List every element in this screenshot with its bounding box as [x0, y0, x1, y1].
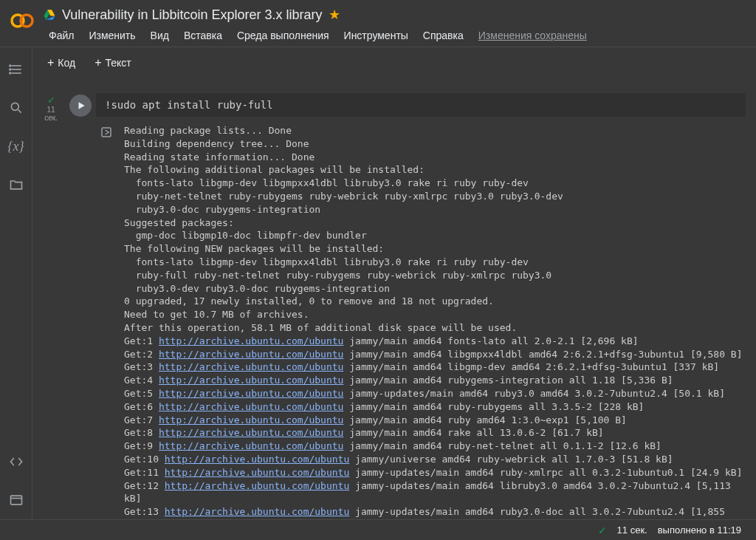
archive-link[interactable]: http://archive.ubuntu.com/ubuntu — [159, 361, 343, 372]
toc-icon[interactable] — [7, 61, 25, 78]
search-icon[interactable] — [7, 99, 25, 117]
svg-point-6 — [9, 69, 10, 70]
add-code-button[interactable]: + Код — [43, 53, 80, 72]
add-text-button[interactable]: + Текст — [90, 53, 136, 72]
code-cell: ✓ 11 сек. !sudo apt install ruby-full — [38, 93, 756, 519]
archive-link[interactable]: http://archive.ubuntu.com/ubuntu — [159, 375, 343, 386]
header: Vulnerability in Libbitcoin Explorer 3.x… — [0, 0, 756, 47]
archive-link[interactable]: http://archive.ubuntu.com/ubuntu — [165, 454, 349, 465]
menu-edit[interactable]: Изменить — [83, 27, 141, 44]
footer-runtime: 11 сек. — [617, 524, 647, 536]
archive-link[interactable]: http://archive.ubuntu.com/ubuntu — [165, 480, 349, 491]
archive-link[interactable]: http://archive.ubuntu.com/ubuntu — [159, 349, 343, 360]
svg-point-7 — [9, 72, 10, 74]
archive-link[interactable]: http://archive.ubuntu.com/ubuntu — [159, 414, 343, 425]
svg-point-5 — [9, 65, 10, 66]
svg-rect-10 — [10, 496, 21, 505]
cell-output: Reading package lists... Done Building d… — [124, 124, 746, 519]
archive-link[interactable]: http://archive.ubuntu.com/ubuntu — [165, 467, 349, 478]
check-icon: ✓ — [598, 524, 607, 536]
menu-help[interactable]: Справка — [417, 27, 470, 44]
sidebar: {x} — [0, 47, 32, 519]
archive-link[interactable]: http://archive.ubuntu.com/ubuntu — [165, 506, 349, 517]
menu-file[interactable]: Файл — [43, 27, 80, 44]
document-title[interactable]: Vulnerability in Libbitcoin Explorer 3.x… — [62, 7, 323, 23]
svg-point-8 — [11, 103, 18, 110]
archive-link[interactable]: http://archive.ubuntu.com/ubuntu — [159, 335, 343, 346]
colab-logo[interactable] — [9, 7, 35, 34]
output-collapse-icon[interactable] — [96, 124, 117, 519]
plus-icon: + — [47, 56, 54, 69]
cell-exec-seconds: 11 — [47, 106, 55, 114]
plus-icon: + — [94, 56, 101, 69]
drive-icon — [43, 8, 56, 21]
add-code-label: Код — [58, 57, 75, 69]
add-text-label: Текст — [106, 57, 131, 69]
cell-status-gutter[interactable]: ✓ 11 сек. — [38, 95, 63, 122]
check-icon: ✓ — [47, 95, 55, 106]
toolbar: + Код + Текст — [32, 47, 756, 78]
archive-link[interactable]: http://archive.ubuntu.com/ubuntu — [159, 427, 343, 438]
footer: ✓ 11 сек. выполнено в 11:19 — [0, 519, 756, 540]
menu-runtime[interactable]: Среда выполнения — [231, 27, 335, 44]
run-button[interactable] — [69, 95, 92, 117]
menu-view[interactable]: Вид — [145, 27, 175, 44]
changes-saved-link[interactable]: Изменения сохранены — [472, 27, 593, 44]
star-icon[interactable]: ★ — [329, 7, 340, 23]
menu-tools[interactable]: Инструменты — [338, 27, 414, 44]
code-snippets-icon[interactable] — [7, 453, 25, 471]
folder-icon[interactable] — [7, 176, 25, 194]
terminal-icon[interactable] — [7, 491, 25, 509]
svg-line-9 — [18, 110, 21, 113]
archive-link[interactable]: http://archive.ubuntu.com/ubuntu — [159, 401, 343, 412]
footer-completed: выполнено в 11:19 — [658, 524, 741, 536]
archive-link[interactable]: http://archive.ubuntu.com/ubuntu — [159, 440, 343, 451]
menu-insert[interactable]: Вставка — [178, 27, 228, 44]
code-input[interactable]: !sudo apt install ruby-full — [96, 93, 746, 117]
archive-link[interactable]: http://archive.ubuntu.com/ubuntu — [159, 388, 343, 399]
cell-exec-unit: сек. — [44, 114, 58, 122]
variables-icon[interactable]: {x} — [7, 137, 25, 155]
